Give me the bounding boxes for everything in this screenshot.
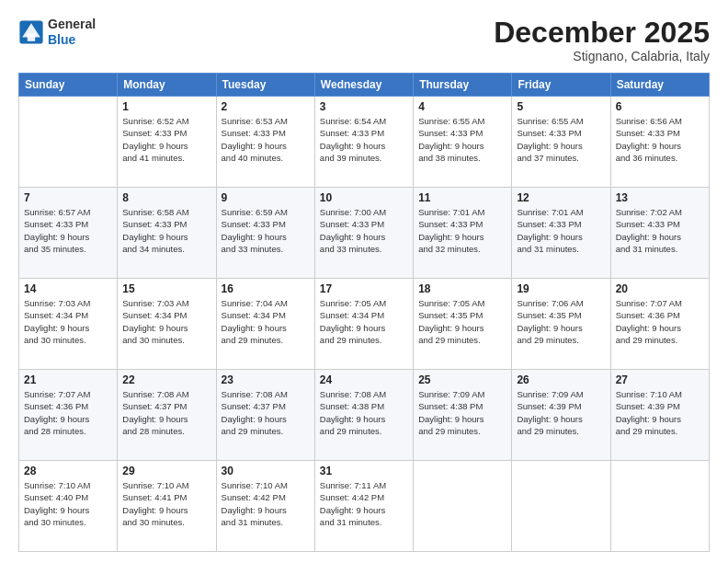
day-number: 14 xyxy=(24,282,112,295)
calendar-cell xyxy=(19,97,118,188)
header-friday: Friday xyxy=(512,74,610,97)
calendar-cell: 30Sunrise: 7:10 AM Sunset: 4:42 PM Dayli… xyxy=(216,461,314,552)
day-number: 18 xyxy=(418,282,506,295)
day-number: 6 xyxy=(616,100,704,113)
day-info: Sunrise: 7:11 AM Sunset: 4:42 PM Dayligh… xyxy=(320,479,408,528)
day-number: 29 xyxy=(122,465,210,477)
day-number: 4 xyxy=(418,100,506,113)
calendar-cell: 9Sunrise: 6:59 AM Sunset: 4:33 PM Daylig… xyxy=(216,188,314,279)
day-number: 23 xyxy=(222,373,310,386)
day-number: 5 xyxy=(517,100,605,113)
day-info: Sunrise: 7:06 AM Sunset: 4:35 PM Dayligh… xyxy=(517,297,605,346)
calendar-cell: 6Sunrise: 6:56 AM Sunset: 4:33 PM Daylig… xyxy=(610,97,709,188)
day-number: 31 xyxy=(320,465,408,477)
day-number: 13 xyxy=(616,191,704,204)
day-info: Sunrise: 7:10 AM Sunset: 4:42 PM Dayligh… xyxy=(222,479,310,528)
day-info: Sunrise: 6:52 AM Sunset: 4:33 PM Dayligh… xyxy=(122,115,210,164)
day-info: Sunrise: 6:56 AM Sunset: 4:33 PM Dayligh… xyxy=(616,115,704,164)
day-info: Sunrise: 7:10 AM Sunset: 4:39 PM Dayligh… xyxy=(616,388,704,437)
day-number: 22 xyxy=(122,373,210,386)
svg-rect-2 xyxy=(28,33,35,40)
calendar-cell: 27Sunrise: 7:10 AM Sunset: 4:39 PM Dayli… xyxy=(610,370,709,461)
header-saturday: Saturday xyxy=(610,74,709,97)
day-info: Sunrise: 7:07 AM Sunset: 4:36 PM Dayligh… xyxy=(24,388,112,437)
day-number: 2 xyxy=(222,100,310,113)
title-block: December 2025 Stignano, Calabria, Italy xyxy=(494,17,710,63)
calendar-cell: 28Sunrise: 7:10 AM Sunset: 4:40 PM Dayli… xyxy=(19,461,118,552)
day-info: Sunrise: 7:10 AM Sunset: 4:41 PM Dayligh… xyxy=(122,479,210,528)
logo-general: General xyxy=(48,17,96,32)
calendar-cell: 22Sunrise: 7:08 AM Sunset: 4:37 PM Dayli… xyxy=(118,370,216,461)
day-number: 24 xyxy=(320,373,408,386)
day-number: 15 xyxy=(122,282,210,295)
day-info: Sunrise: 7:03 AM Sunset: 4:34 PM Dayligh… xyxy=(24,297,112,346)
calendar-table: Sunday Monday Tuesday Wednesday Thursday… xyxy=(18,73,710,552)
day-number: 26 xyxy=(517,373,605,386)
logo-icon xyxy=(18,19,44,45)
day-info: Sunrise: 7:00 AM Sunset: 4:33 PM Dayligh… xyxy=(320,206,408,255)
day-number: 28 xyxy=(24,465,112,477)
day-number: 16 xyxy=(222,282,310,295)
calendar-cell: 18Sunrise: 7:05 AM Sunset: 4:35 PM Dayli… xyxy=(414,279,512,370)
calendar-cell: 3Sunrise: 6:54 AM Sunset: 4:33 PM Daylig… xyxy=(314,97,413,188)
day-info: Sunrise: 6:54 AM Sunset: 4:33 PM Dayligh… xyxy=(320,115,408,164)
day-info: Sunrise: 7:05 AM Sunset: 4:35 PM Dayligh… xyxy=(418,297,506,346)
calendar-cell xyxy=(512,461,610,552)
day-info: Sunrise: 7:09 AM Sunset: 4:38 PM Dayligh… xyxy=(418,388,506,437)
day-number: 21 xyxy=(24,373,112,386)
calendar-cell: 23Sunrise: 7:08 AM Sunset: 4:37 PM Dayli… xyxy=(216,370,314,461)
day-info: Sunrise: 7:05 AM Sunset: 4:34 PM Dayligh… xyxy=(320,297,408,346)
day-info: Sunrise: 7:04 AM Sunset: 4:34 PM Dayligh… xyxy=(222,297,310,346)
day-number: 12 xyxy=(517,191,605,204)
calendar-cell: 10Sunrise: 7:00 AM Sunset: 4:33 PM Dayli… xyxy=(314,188,413,279)
day-number: 27 xyxy=(616,373,704,386)
calendar-week-3: 21Sunrise: 7:07 AM Sunset: 4:36 PM Dayli… xyxy=(19,370,710,461)
calendar-cell: 24Sunrise: 7:08 AM Sunset: 4:38 PM Dayli… xyxy=(314,370,413,461)
calendar-cell: 16Sunrise: 7:04 AM Sunset: 4:34 PM Dayli… xyxy=(216,279,314,370)
day-info: Sunrise: 7:08 AM Sunset: 4:38 PM Dayligh… xyxy=(320,388,408,437)
header: General Blue December 2025 Stignano, Cal… xyxy=(18,17,710,63)
day-info: Sunrise: 6:55 AM Sunset: 4:33 PM Dayligh… xyxy=(418,115,506,164)
day-info: Sunrise: 6:58 AM Sunset: 4:33 PM Dayligh… xyxy=(122,206,210,255)
calendar-week-4: 28Sunrise: 7:10 AM Sunset: 4:40 PM Dayli… xyxy=(19,461,710,552)
day-info: Sunrise: 7:01 AM Sunset: 4:33 PM Dayligh… xyxy=(418,206,506,255)
calendar-cell: 21Sunrise: 7:07 AM Sunset: 4:36 PM Dayli… xyxy=(19,370,118,461)
weekday-header-row: Sunday Monday Tuesday Wednesday Thursday… xyxy=(19,74,710,97)
calendar-cell: 25Sunrise: 7:09 AM Sunset: 4:38 PM Dayli… xyxy=(414,370,512,461)
day-number: 25 xyxy=(418,373,506,386)
day-info: Sunrise: 7:07 AM Sunset: 4:36 PM Dayligh… xyxy=(616,297,704,346)
day-number: 20 xyxy=(616,282,704,295)
calendar-cell: 20Sunrise: 7:07 AM Sunset: 4:36 PM Dayli… xyxy=(610,279,709,370)
day-number: 3 xyxy=(320,100,408,113)
logo-blue: Blue xyxy=(48,32,96,48)
calendar-week-0: 1Sunrise: 6:52 AM Sunset: 4:33 PM Daylig… xyxy=(19,97,710,188)
day-info: Sunrise: 7:08 AM Sunset: 4:37 PM Dayligh… xyxy=(222,388,310,437)
day-info: Sunrise: 6:55 AM Sunset: 4:33 PM Dayligh… xyxy=(517,115,605,164)
header-monday: Monday xyxy=(118,74,216,97)
calendar-cell: 31Sunrise: 7:11 AM Sunset: 4:42 PM Dayli… xyxy=(314,461,413,552)
calendar-cell: 1Sunrise: 6:52 AM Sunset: 4:33 PM Daylig… xyxy=(118,97,216,188)
day-number: 19 xyxy=(517,282,605,295)
location-subtitle: Stignano, Calabria, Italy xyxy=(494,49,710,63)
logo: General Blue xyxy=(18,17,96,48)
calendar-cell: 4Sunrise: 6:55 AM Sunset: 4:33 PM Daylig… xyxy=(414,97,512,188)
calendar-cell xyxy=(610,461,709,552)
calendar-cell xyxy=(414,461,512,552)
page: General Blue December 2025 Stignano, Cal… xyxy=(0,0,728,563)
month-title: December 2025 xyxy=(494,17,710,49)
day-info: Sunrise: 6:57 AM Sunset: 4:33 PM Dayligh… xyxy=(24,206,112,255)
day-number: 10 xyxy=(320,191,408,204)
day-info: Sunrise: 7:08 AM Sunset: 4:37 PM Dayligh… xyxy=(122,388,210,437)
header-sunday: Sunday xyxy=(19,74,118,97)
calendar-week-1: 7Sunrise: 6:57 AM Sunset: 4:33 PM Daylig… xyxy=(19,188,710,279)
day-number: 30 xyxy=(222,465,310,477)
calendar-cell: 2Sunrise: 6:53 AM Sunset: 4:33 PM Daylig… xyxy=(216,97,314,188)
header-tuesday: Tuesday xyxy=(216,74,314,97)
calendar-cell: 5Sunrise: 6:55 AM Sunset: 4:33 PM Daylig… xyxy=(512,97,610,188)
calendar-cell: 8Sunrise: 6:58 AM Sunset: 4:33 PM Daylig… xyxy=(118,188,216,279)
day-info: Sunrise: 6:53 AM Sunset: 4:33 PM Dayligh… xyxy=(222,115,310,164)
calendar-cell: 19Sunrise: 7:06 AM Sunset: 4:35 PM Dayli… xyxy=(512,279,610,370)
calendar-cell: 15Sunrise: 7:03 AM Sunset: 4:34 PM Dayli… xyxy=(118,279,216,370)
calendar-cell: 14Sunrise: 7:03 AM Sunset: 4:34 PM Dayli… xyxy=(19,279,118,370)
calendar-cell: 26Sunrise: 7:09 AM Sunset: 4:39 PM Dayli… xyxy=(512,370,610,461)
